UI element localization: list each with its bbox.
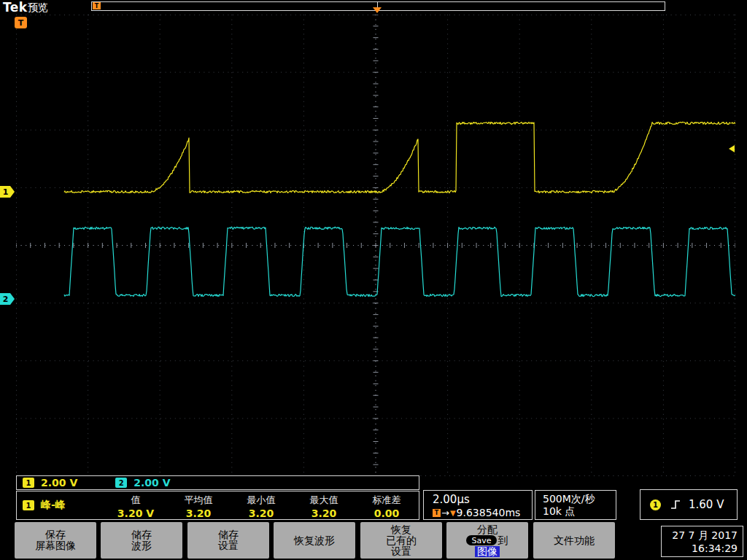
sample-rate: 500M次/秒 [543,493,616,505]
record-length: 10k 点 [543,505,616,518]
measurement-readout: 1 峰-峰 值 3.20 V 平均值 3.20 最小值 3.20 最大值 3.2… [16,491,419,520]
trigger-level-icon [729,145,735,152]
oscilloscope-screen: Tek 预览 T T 1 2 1 2.00 V 2 2.00 V 1 峰-峰 值… [0,0,747,560]
channel2-badge: 2 [115,478,127,488]
assign-target-selected: 图像 [475,546,500,557]
trigger-badge: T [433,509,441,517]
date-value: 27 7 月 2017 [672,529,738,542]
menu-save-screen-image-button[interactable]: 保存 屏幕图像 [15,522,96,559]
save-key-badge: Save [466,535,496,545]
record-trigger-marker: T [93,2,101,9]
trigger-level-value: 1.60 V [689,498,724,511]
waveform-traces [16,15,735,476]
menu-save-setup-button[interactable]: 储存 设置 [187,522,269,559]
channel1-badge: 1 [23,478,34,488]
trigger-source-badge: 1 [650,499,661,510]
menu-recall-waveform-button[interactable]: 恢复波形 [274,522,355,559]
menu-recall-setup-button[interactable]: 恢复 已有的 设置 [360,522,442,559]
channel1-scale: 2.00 V [41,477,77,489]
channel-scale-readout: 1 2.00 V 2 2.00 V [16,475,419,490]
trigger-delay-readout: T → ▼ 9.638540ms [433,507,532,518]
trigger-delay-value: 9.638540ms [457,507,521,518]
arrow-icon: → [441,508,449,518]
channel1-ground-marker: 1 [0,186,15,198]
measurement-col-max: 最大值 3.20 [293,491,355,519]
datetime-readout: 27 7 月 2017 16:34:29 [661,526,743,557]
measurement-col-min: 最小值 3.20 [230,491,293,519]
acquisition-status: 预览 [28,1,48,15]
menu-assign-save-button[interactable]: 分配 Save 到 图像 [446,522,528,559]
measurement-channel-badge: 1 [23,500,34,510]
trigger-offscreen-marker: T [15,17,27,28]
channel2-scale: 2.00 V [133,477,170,489]
measurement-col-value: 值 3.20 V [104,491,167,519]
brand-logo: Tek [3,0,28,15]
position-triangle-icon: ▼ [450,509,456,517]
time-value: 16:34:29 [692,542,738,555]
channel2-ground-marker: 2 [0,293,15,305]
measurement-col-mean: 平均值 3.20 [167,491,230,519]
menu-save-waveform-button[interactable]: 储存 波形 [101,522,182,559]
timebase-scale: 2.00µs [433,493,532,506]
measurement-source: 1 峰-峰 [17,491,104,519]
trigger-position-icon [373,7,382,13]
timebase-readout: 2.00µs T → ▼ 9.638540ms [423,490,533,520]
acquisition-readout: 500M次/秒 10k 点 [535,490,616,520]
edge-slope-icon [670,499,681,510]
waveform-display [16,15,735,476]
menu-file-utilities-button[interactable]: 文件功能 [533,522,615,559]
trigger-readout: 1 1.60 V [640,489,738,520]
measurement-col-stddev: 标准差 0.00 [355,491,418,519]
measurement-type: 峰-峰 [41,499,66,512]
